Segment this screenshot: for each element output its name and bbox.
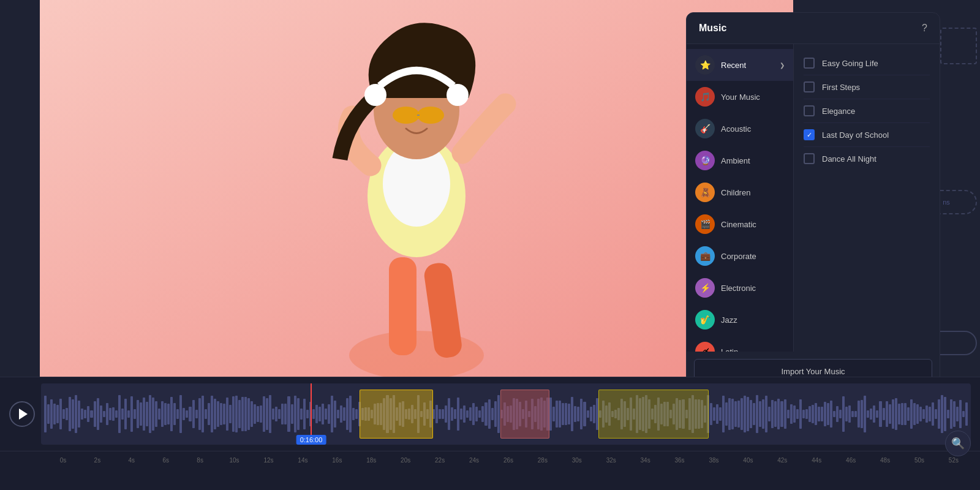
category-item-latin[interactable]: 🌶 Latin bbox=[687, 336, 793, 352]
waveform-bar bbox=[442, 409, 444, 419]
waveform-bar bbox=[559, 401, 561, 428]
song-name-elegance: Elegance bbox=[822, 107, 855, 116]
song-name-dance-all-night: Dance All Night bbox=[822, 154, 876, 164]
song-item-first-steps[interactable]: First Steps bbox=[804, 75, 930, 99]
waveform-bar bbox=[211, 396, 213, 432]
waveform-bar bbox=[183, 408, 185, 420]
category-item-ambient[interactable]: 🔮 Ambient bbox=[687, 145, 793, 176]
ruler-mark: 36s bbox=[663, 457, 697, 464]
waveform-bar bbox=[334, 401, 336, 428]
category-label-acoustic: Acoustic bbox=[721, 124, 785, 134]
waveform-bar bbox=[839, 410, 842, 418]
waveform-bar bbox=[124, 399, 127, 429]
timeline-area: 0:16:00 0s2s4s6s8s10s12s14s16s18s20s22s2… bbox=[0, 377, 980, 490]
waveform-bar bbox=[235, 396, 238, 432]
song-checkbox-last-day-of-school[interactable] bbox=[804, 129, 815, 140]
waveform-bar bbox=[950, 399, 952, 429]
waveform-bar bbox=[202, 396, 204, 432]
waveform-bar bbox=[454, 409, 456, 420]
waveform-bar bbox=[53, 404, 56, 424]
category-item-children[interactable]: 🧸 Children bbox=[687, 176, 793, 208]
category-icon-children: 🧸 bbox=[695, 183, 715, 202]
song-item-elegance[interactable]: Elegance bbox=[804, 99, 930, 123]
waveform-bar bbox=[780, 401, 783, 427]
song-checkbox-elegance[interactable] bbox=[804, 105, 815, 116]
ruler-mark: 24s bbox=[457, 457, 491, 464]
waveform-bar bbox=[830, 401, 832, 428]
waveform-bar bbox=[818, 407, 820, 422]
ruler-mark: 2s bbox=[80, 457, 115, 464]
waveform-bar bbox=[938, 399, 940, 429]
waveform-bar bbox=[962, 411, 965, 417]
waveform-bar bbox=[78, 401, 80, 427]
category-icon-corporate: 💼 bbox=[695, 246, 715, 266]
category-item-electronic[interactable]: ⚡ Electronic bbox=[687, 272, 793, 304]
waveform-bar bbox=[94, 401, 96, 427]
waveform-bar bbox=[115, 410, 118, 418]
waveform-bar bbox=[956, 407, 959, 421]
waveform-bar bbox=[100, 405, 102, 423]
waveform-bar bbox=[254, 404, 256, 424]
waveform-bar bbox=[722, 396, 725, 432]
waveform-bar bbox=[925, 405, 928, 423]
waveform-bar bbox=[146, 402, 148, 426]
waveform-bar bbox=[56, 405, 59, 424]
waveform-bar bbox=[44, 396, 47, 432]
ruler-mark: 44s bbox=[799, 457, 834, 464]
waveform-container[interactable]: 0:16:00 bbox=[41, 383, 971, 445]
waveform-bar bbox=[731, 399, 734, 430]
category-item-cinematic[interactable]: 🎬 Cinematic bbox=[687, 208, 793, 240]
waveform-bar bbox=[439, 409, 441, 419]
category-label-your-music: Your Music bbox=[721, 92, 785, 102]
search-button-timeline[interactable]: 🔍 bbox=[945, 431, 971, 456]
waveform-bar bbox=[445, 405, 447, 422]
waveform-bar bbox=[81, 409, 83, 420]
play-button[interactable] bbox=[9, 401, 35, 427]
song-item-last-day-of-school[interactable]: Last Day of School bbox=[804, 123, 930, 147]
waveform-bar bbox=[898, 404, 900, 424]
waveform-bar bbox=[247, 398, 250, 429]
waveform-bar bbox=[497, 395, 500, 433]
waveform-bar bbox=[315, 405, 318, 423]
waveform-bar bbox=[762, 399, 764, 429]
waveform-bar bbox=[935, 409, 937, 420]
waveform-bar bbox=[805, 409, 808, 418]
song-checkbox-easy-going-life[interactable] bbox=[804, 58, 815, 69]
waveform-bar bbox=[725, 402, 728, 425]
chevron-right-icon: ❯ bbox=[780, 62, 785, 69]
waveform-bar bbox=[155, 401, 157, 427]
svg-rect-2 bbox=[389, 257, 417, 355]
waveform-bar bbox=[294, 396, 296, 433]
category-item-corporate[interactable]: 💼 Corporate bbox=[687, 240, 793, 272]
category-item-jazz[interactable]: 🎷 Jazz bbox=[687, 304, 793, 336]
waveform-bar bbox=[220, 403, 222, 424]
svg-point-7 bbox=[364, 84, 386, 106]
waveform-bar bbox=[176, 409, 179, 419]
help-icon[interactable]: ? bbox=[922, 23, 927, 34]
waveform-bar bbox=[87, 406, 89, 422]
waveform-bar bbox=[737, 401, 740, 428]
song-item-dance-all-night[interactable]: Dance All Night bbox=[804, 147, 930, 170]
video-background bbox=[40, 0, 793, 377]
music-panel-header: Music ? bbox=[687, 13, 940, 44]
waveform-bar bbox=[337, 410, 339, 419]
category-item-acoustic[interactable]: 🎸 Acoustic bbox=[687, 113, 793, 145]
waveform-bar bbox=[284, 404, 287, 424]
waveform-bar bbox=[790, 404, 793, 423]
song-checkbox-dance-all-night[interactable] bbox=[804, 153, 815, 164]
waveform-bar bbox=[118, 395, 121, 434]
waveform-bar bbox=[137, 400, 139, 428]
category-item-your-music[interactable]: 🎵 Your Music bbox=[687, 81, 793, 113]
waveform-bar bbox=[864, 396, 866, 433]
waveform-bar bbox=[965, 402, 968, 426]
waveform-bar bbox=[744, 396, 746, 432]
waveform-bar bbox=[815, 403, 817, 424]
song-name-first-steps: First Steps bbox=[822, 83, 860, 92]
category-item-recent[interactable]: ⭐ Recent ❯ bbox=[687, 49, 793, 81]
waveform-bar bbox=[907, 407, 910, 421]
ruler-mark: 40s bbox=[731, 457, 765, 464]
waveform-bar bbox=[291, 404, 293, 424]
song-item-easy-going-life[interactable]: Easy Going Life bbox=[804, 51, 930, 75]
song-checkbox-first-steps[interactable] bbox=[804, 81, 815, 92]
waveform-bar bbox=[590, 407, 592, 421]
